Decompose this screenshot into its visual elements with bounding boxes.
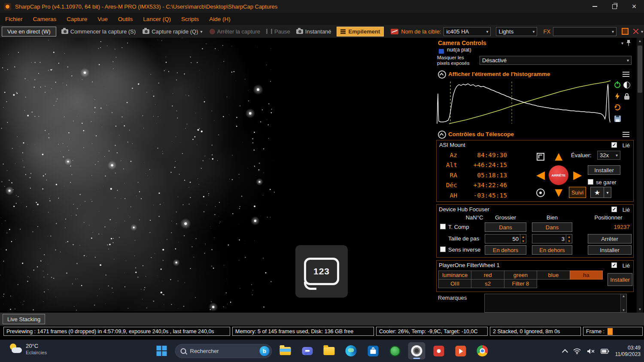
goto-star-button[interactable]: ★ xyxy=(590,187,604,198)
goto-star-dropdown[interactable]: ▾ xyxy=(604,187,611,198)
filter-red[interactable]: red xyxy=(471,271,504,280)
filter-ha[interactable]: ha xyxy=(570,271,603,280)
hamburger-menu-icon[interactable] xyxy=(623,134,629,135)
notes-textarea[interactable]: ▲▼ xyxy=(484,294,627,313)
quick-capture-button[interactable]: Capture rapide (Q) ▾ xyxy=(143,28,202,35)
frame-type-combobox[interactable]: Lights ▾ xyxy=(496,27,537,36)
live-stacking-tab[interactable]: Live Stacking xyxy=(3,314,45,324)
park-checkbox[interactable] xyxy=(588,179,593,185)
start-button[interactable] xyxy=(153,342,170,359)
orange-app-button[interactable] xyxy=(452,342,469,359)
menu-capture[interactable]: Capture xyxy=(61,13,92,25)
panel-collapse-icon[interactable]: ▾ xyxy=(621,41,623,46)
filter-oiii[interactable]: OIII xyxy=(438,279,471,288)
selection-area-icon[interactable] xyxy=(622,28,629,35)
telescope-linked-checkbox[interactable] xyxy=(611,142,617,148)
target-center-button[interactable] xyxy=(532,185,549,201)
slew-rate-combobox[interactable]: 32x ▾ xyxy=(597,151,620,160)
scroll-down-icon[interactable]: ▼ xyxy=(637,306,643,313)
focuser-stop-button[interactable]: Arrêter xyxy=(588,234,632,243)
menu-outils[interactable]: Outils xyxy=(113,13,138,25)
filter-luminance[interactable]: luminance xyxy=(438,271,471,280)
chat-button[interactable] xyxy=(299,342,316,359)
focuser-install-button[interactable]: Installer xyxy=(588,245,632,255)
pause-button[interactable]: Pause xyxy=(266,28,290,35)
red-app-button[interactable] xyxy=(430,342,447,359)
focus-in-fine-button[interactable]: Dans xyxy=(532,222,572,232)
step-fine-spinner[interactable]: 3 ▲▼ xyxy=(532,234,572,243)
focus-in-coarse-button[interactable]: Dans xyxy=(485,222,526,232)
bing-icon[interactable]: b xyxy=(260,346,270,356)
green-app-button[interactable] xyxy=(386,342,404,359)
menu-lancer[interactable]: Lancer (Q) xyxy=(138,13,176,25)
scroll-up-icon[interactable]: ▲ xyxy=(637,38,643,44)
edge-button[interactable] xyxy=(343,342,360,359)
stop-slew-button[interactable]: ARRÊTE xyxy=(549,165,568,185)
chrome-button[interactable] xyxy=(474,342,491,359)
scrollbar-thumb[interactable] xyxy=(638,46,642,93)
focuser-linked-checkbox[interactable] xyxy=(611,207,617,212)
collapse-section-icon[interactable] xyxy=(438,131,446,139)
temp-comp-checkbox[interactable] xyxy=(440,224,446,229)
close-button[interactable]: × xyxy=(624,0,644,13)
panel-scrollbar[interactable]: ▲ ▼ xyxy=(637,38,643,313)
filter-s2[interactable]: s2 xyxy=(471,279,504,288)
histogram-power-button[interactable] xyxy=(613,81,622,89)
auto-stretch-button[interactable] xyxy=(613,92,622,100)
wifi-icon[interactable] xyxy=(573,348,581,354)
hamburger-menu-icon[interactable] xyxy=(623,74,629,75)
focus-out-fine-button[interactable]: En dehors xyxy=(532,245,572,255)
filterwheel-linked-checkbox[interactable] xyxy=(611,262,617,268)
live-view-button[interactable]: Vue en direct (W) xyxy=(2,27,56,37)
taskbar-search[interactable]: Rechercher b xyxy=(175,344,272,358)
tray-chevron-icon[interactable] xyxy=(562,349,568,355)
slew-up-button[interactable]: ▲ xyxy=(550,148,567,164)
mask-pixels-combobox[interactable]: Désactivé ▾ xyxy=(480,56,632,65)
slew-left-button[interactable]: ◀ xyxy=(532,167,549,183)
lock-stretch-button[interactable] xyxy=(623,92,631,100)
tracking-toggle-button[interactable]: Suivi xyxy=(569,187,586,198)
minimize-button[interactable] xyxy=(585,0,605,13)
center-frame-button[interactable] xyxy=(532,149,549,164)
slew-down-button[interactable]: ▼ xyxy=(550,184,567,201)
focus-out-coarse-button[interactable]: En dehors xyxy=(485,245,526,255)
reticle-icon[interactable] xyxy=(633,28,639,34)
step-coarse-spinner[interactable]: 50 ▲▼ xyxy=(485,234,526,243)
telescope-install-button[interactable]: Installer xyxy=(588,165,620,175)
target-name-combobox[interactable]: ic405 HA ▾ xyxy=(444,27,491,36)
spin-up-icon[interactable]: ▲ xyxy=(566,234,572,239)
reset-stretch-button[interactable] xyxy=(613,103,622,112)
sharpcap-taskbar-button[interactable] xyxy=(408,342,425,359)
restore-button[interactable] xyxy=(605,0,624,13)
menu-fichier[interactable]: Fichier xyxy=(0,13,28,25)
weather-widget[interactable]: 20°C Eclaircies xyxy=(9,343,47,356)
filter-green[interactable]: green xyxy=(504,271,537,280)
menu-aide[interactable]: Aide (H) xyxy=(204,13,236,25)
spin-up-icon[interactable]: ▲ xyxy=(520,234,526,239)
volume-muted-icon[interactable] xyxy=(587,348,595,354)
scroll-up-icon[interactable]: ▲ xyxy=(622,294,626,298)
clock[interactable]: 03:49 11/09/2023 xyxy=(615,345,641,358)
filter-8[interactable]: Filter 8 xyxy=(504,279,537,288)
collapse-section-icon[interactable] xyxy=(438,70,446,79)
start-capture-button[interactable]: Commencer la capture (S) xyxy=(61,28,136,35)
slew-right-button[interactable]: ▶ xyxy=(569,167,586,183)
reverse-checkbox[interactable] xyxy=(440,246,446,252)
battery-icon[interactable] xyxy=(601,349,609,354)
chevron-down-icon[interactable]: ▾ xyxy=(200,29,203,34)
pin-icon[interactable] xyxy=(626,40,631,46)
folder-button[interactable] xyxy=(321,342,338,359)
fx-combobox[interactable]: ▾ xyxy=(553,27,617,36)
snapshot-button[interactable]: Instantané xyxy=(296,28,331,35)
menu-scripts[interactable]: Scripts xyxy=(176,13,204,25)
menu-vue[interactable]: Vue xyxy=(92,13,113,25)
filter-blue[interactable]: blue xyxy=(537,271,570,280)
spin-down-icon[interactable]: ▼ xyxy=(520,239,526,243)
store-button[interactable] xyxy=(365,342,382,359)
notes-scrollbar[interactable]: ▲▼ xyxy=(620,294,626,312)
filterwheel-install-button[interactable]: Installer xyxy=(608,273,632,286)
chevron-down-icon[interactable]: ▾ xyxy=(641,29,643,34)
save-stretch-button[interactable] xyxy=(613,114,622,123)
stop-capture-button[interactable]: Arrêter la capture xyxy=(210,28,260,35)
file-explorer-button[interactable] xyxy=(277,342,294,359)
